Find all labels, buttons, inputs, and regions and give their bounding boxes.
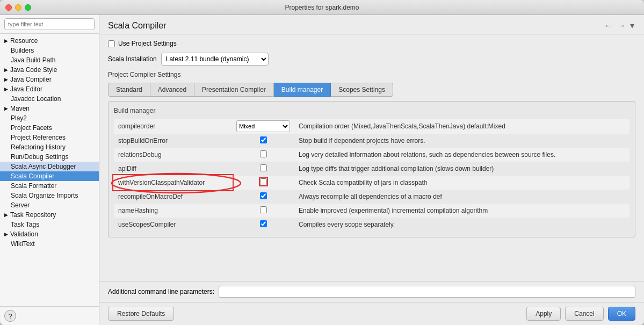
- sidebar-item-validation[interactable]: ▶Validation: [0, 229, 99, 239]
- setting-name-compileorder: compileorder: [114, 119, 232, 134]
- title-bar: Properties for spark.demo: [0, 0, 644, 15]
- tabs-row: StandardAdvancedPresentation CompilerBui…: [108, 83, 635, 97]
- sidebar-item-task-tags[interactable]: Task Tags: [0, 220, 99, 229]
- nav-forward-button[interactable]: →: [616, 21, 627, 31]
- sidebar-item-java-code-style[interactable]: ▶Java Code Style: [0, 65, 99, 75]
- build-manager-title: Build manager: [114, 107, 629, 114]
- minimize-button[interactable]: [15, 4, 21, 11]
- setting-control-compileorder: Mixed: [232, 119, 294, 134]
- setting-desc-relationsDebug: Log very detailed information about rela…: [294, 148, 629, 162]
- nav-back-button[interactable]: ←: [603, 21, 614, 31]
- chevron-right-icon: ▶: [4, 212, 8, 218]
- sidebar-item-run-debug-settings[interactable]: Run/Debug Settings: [0, 152, 99, 162]
- cmd-line-row: Additional command line parameters:: [99, 281, 644, 302]
- chevron-right-icon: ▶: [4, 38, 8, 44]
- sidebar-item-label: Maven: [10, 105, 30, 112]
- sidebar-item-task-repository[interactable]: ▶Task Repository: [0, 210, 99, 220]
- main-window: Properties for spark.demo ▶ResourceBuild…: [0, 0, 644, 325]
- settings-row-nameHashing: nameHashingEnable improved (experimental…: [114, 204, 629, 218]
- sidebar-item-play2[interactable]: Play2: [0, 113, 99, 123]
- compile-order-select[interactable]: Mixed: [236, 120, 290, 132]
- sidebar-item-scala-compiler[interactable]: Scala Compiler: [0, 171, 99, 181]
- restore-defaults-button[interactable]: Restore Defaults: [108, 307, 174, 321]
- content-body: Use Project Settings Scala Installation …: [99, 34, 644, 276]
- checkbox-apiDiff[interactable]: [260, 164, 267, 171]
- scala-installation-select[interactable]: Latest 2.11 bundle (dynamic): [161, 53, 269, 66]
- sidebar-item-label: WikiText: [11, 240, 35, 248]
- sidebar-item-label: Task Tags: [11, 221, 39, 228]
- nav-down-button[interactable]: ▾: [629, 20, 635, 31]
- sidebar: ▶ResourceBuildersJava Build Path▶Java Co…: [0, 15, 99, 325]
- sidebar-item-wikitext[interactable]: WikiText: [0, 239, 99, 249]
- sidebar-item-scala-formatter[interactable]: Scala Formatter: [0, 181, 99, 191]
- sidebar-item-maven[interactable]: ▶Maven: [0, 104, 99, 113]
- content-header: Scala Compiler ← → ▾: [99, 15, 644, 34]
- sidebar-item-label: Scala Async Debugger: [11, 163, 76, 170]
- sidebar-item-scala-organize-imports[interactable]: Scala Organize Imports: [0, 191, 99, 200]
- apply-button[interactable]: Apply: [526, 307, 561, 321]
- setting-control-relationsDebug: [232, 148, 294, 162]
- use-project-settings-checkbox[interactable]: [108, 40, 115, 47]
- close-button[interactable]: [5, 4, 12, 11]
- sidebar-item-refactoring-history[interactable]: Refactoring History: [0, 142, 99, 152]
- window-controls: [5, 4, 31, 11]
- setting-name-withVersionClasspathValidator: withVersionClasspathValidator: [114, 176, 232, 190]
- sidebar-item-java-editor[interactable]: ▶Java Editor: [0, 84, 99, 94]
- sidebar-item-project-facets[interactable]: Project Facets: [0, 123, 99, 133]
- setting-control-withVersionClasspathValidator: [232, 176, 294, 190]
- settings-row-compileorder: compileorderMixedCompilation order (Mixe…: [114, 119, 629, 134]
- use-project-settings-label: Use Project Settings: [118, 40, 177, 47]
- filter-input[interactable]: [4, 18, 95, 30]
- sidebar-item-builders[interactable]: Builders: [0, 46, 99, 55]
- setting-control-stopBuildOnError: [232, 134, 294, 148]
- content-header-inner: Scala Compiler ← → ▾: [108, 20, 635, 31]
- sidebar-item-javadoc-location[interactable]: Javadoc Location: [0, 94, 99, 104]
- maximize-button[interactable]: [25, 4, 31, 11]
- ok-button[interactable]: OK: [608, 307, 635, 321]
- sidebar-item-label: Server: [11, 201, 30, 209]
- settings-row-withVersionClasspathValidator: withVersionClasspathValidatorCheck Scala…: [114, 176, 629, 190]
- tab-standard[interactable]: Standard: [108, 83, 150, 97]
- tab-advanced[interactable]: Advanced: [150, 83, 194, 97]
- chevron-right-icon: ▶: [4, 232, 8, 237]
- setting-control-nameHashing: [232, 204, 294, 218]
- sidebar-item-label: Play2: [11, 114, 27, 122]
- scala-installation-row: Scala Installation Latest 2.11 bundle (d…: [108, 53, 635, 66]
- sidebar-item-java-build-path[interactable]: Java Build Path: [0, 55, 99, 65]
- cancel-button[interactable]: Cancel: [565, 307, 603, 321]
- checkbox-recompileOnMacroDef[interactable]: [260, 192, 267, 199]
- setting-control-apiDiff: [232, 162, 294, 176]
- settings-table: compileorderMixedCompilation order (Mixe…: [114, 119, 629, 232]
- use-project-settings-row: Use Project Settings: [108, 40, 635, 47]
- checkbox-stopBuildOnError[interactable]: [260, 136, 267, 143]
- sidebar-item-label: Validation: [10, 230, 38, 238]
- setting-desc-compileorder: Compilation order (Mixed,JavaThenScala,S…: [294, 119, 629, 134]
- chevron-right-icon: ▶: [4, 67, 8, 73]
- sidebar-item-resource[interactable]: ▶Resource: [0, 36, 99, 46]
- chevron-right-icon: ▶: [4, 77, 8, 82]
- sidebar-list: ▶ResourceBuildersJava Build Path▶Java Co…: [0, 34, 99, 306]
- page-title: Scala Compiler: [108, 21, 166, 31]
- sidebar-item-java-compiler[interactable]: ▶Java Compiler: [0, 75, 99, 84]
- sidebar-item-label: Project Facets: [11, 124, 52, 132]
- help-button[interactable]: ?: [4, 310, 16, 322]
- checkbox-nameHashing[interactable]: [260, 206, 267, 213]
- setting-desc-withVersionClasspathValidator: Check Scala compatibility of jars in cla…: [294, 176, 629, 190]
- main-body: ▶ResourceBuildersJava Build Path▶Java Co…: [0, 15, 644, 325]
- sidebar-item-label: Java Compiler: [10, 76, 52, 83]
- tab-build-manager[interactable]: Build manager: [274, 83, 331, 97]
- tab-scopes-settings[interactable]: Scopes Settings: [331, 83, 393, 97]
- sidebar-item-label: Project References: [11, 134, 66, 141]
- tab-presentation-compiler[interactable]: Presentation Compiler: [194, 83, 274, 97]
- cmd-line-input[interactable]: [219, 286, 635, 298]
- checkbox-withVersionClasspathValidator[interactable]: [260, 178, 267, 185]
- sidebar-item-project-references[interactable]: Project References: [0, 133, 99, 142]
- checkbox-useScopesCompiler[interactable]: [260, 220, 267, 227]
- scala-installation-label: Scala Installation: [108, 55, 157, 63]
- sidebar-item-server[interactable]: Server: [0, 200, 99, 210]
- setting-desc-nameHashing: Enable improved (experimental) increment…: [294, 204, 629, 218]
- checkbox-relationsDebug[interactable]: [260, 150, 267, 157]
- sidebar-item-label: Scala Organize Imports: [11, 192, 78, 199]
- sidebar-item-label: Task Repository: [10, 211, 56, 219]
- sidebar-item-scala-async-debugger[interactable]: Scala Async Debugger: [0, 162, 99, 171]
